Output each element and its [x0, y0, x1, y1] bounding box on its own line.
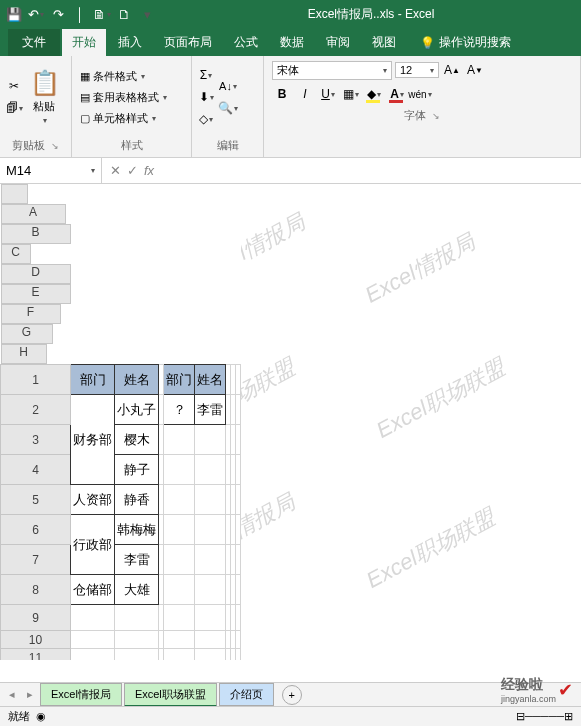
tab-formulas[interactable]: 公式 — [224, 29, 268, 56]
clipboard-launcher-icon[interactable]: ↘ — [51, 141, 59, 151]
cell[interactable] — [71, 631, 115, 649]
cell[interactable] — [195, 605, 226, 631]
border-button[interactable]: ▦▾ — [341, 84, 361, 104]
cell[interactable] — [164, 575, 195, 605]
bold-button[interactable]: B — [272, 84, 292, 104]
cell[interactable] — [115, 631, 159, 649]
cell[interactable] — [195, 425, 226, 455]
cell[interactable] — [195, 575, 226, 605]
row-header[interactable]: 1 — [1, 365, 71, 395]
grow-font-icon[interactable]: A▲ — [442, 60, 462, 80]
cell[interactable] — [236, 605, 241, 631]
qat-customize-icon[interactable]: ▾ — [139, 6, 155, 22]
col-header[interactable]: A — [1, 204, 66, 224]
col-header[interactable]: B — [1, 224, 71, 244]
fx-icon[interactable]: fx — [144, 163, 154, 178]
cell[interactable] — [164, 515, 195, 545]
undo-icon[interactable]: ↶▾ — [28, 6, 44, 22]
cell[interactable] — [236, 575, 241, 605]
redo-icon[interactable]: ↷ — [50, 6, 66, 22]
cut-icon[interactable]: ✂ — [4, 76, 24, 96]
cell[interactable] — [195, 455, 226, 485]
col-header[interactable]: C — [1, 244, 31, 264]
cell[interactable] — [164, 605, 195, 631]
cell[interactable] — [236, 485, 241, 515]
sort-filter-icon[interactable]: A↓▾ — [218, 76, 238, 96]
tab-data[interactable]: 数据 — [270, 29, 314, 56]
font-size-combo[interactable]: 12▾ — [395, 62, 439, 78]
cell[interactable]: 姓名 — [195, 365, 226, 395]
autosum-icon[interactable]: Σ▾ — [196, 65, 216, 85]
cell[interactable]: 人资部 — [71, 485, 115, 515]
font-launcher-icon[interactable]: ↘ — [432, 111, 440, 121]
cell[interactable] — [115, 605, 159, 631]
cell[interactable] — [164, 631, 195, 649]
sheet-tab[interactable]: Excel情报局 — [40, 683, 122, 706]
underline-button[interactable]: U▾ — [318, 84, 338, 104]
cell[interactable] — [195, 545, 226, 575]
cell[interactable] — [236, 545, 241, 575]
enter-formula-icon[interactable]: ✓ — [127, 163, 138, 178]
cell[interactable] — [195, 485, 226, 515]
tab-review[interactable]: 审阅 — [316, 29, 360, 56]
format-table-button[interactable]: ▤套用表格格式▾ — [76, 88, 171, 107]
zoom-controls[interactable]: ⊟─────⊞ — [516, 710, 573, 723]
row-header[interactable]: 8 — [1, 575, 71, 605]
cell[interactable] — [164, 425, 195, 455]
row-header[interactable]: 5 — [1, 485, 71, 515]
shrink-font-icon[interactable]: A▼ — [465, 60, 485, 80]
cell[interactable]: 静子 — [115, 455, 159, 485]
cell[interactable] — [236, 395, 241, 425]
cell[interactable]: 部门 — [164, 365, 195, 395]
row-header[interactable]: 2 — [1, 395, 71, 425]
tab-home[interactable]: 开始 — [62, 29, 106, 56]
cell[interactable] — [195, 649, 226, 661]
tab-insert[interactable]: 插入 — [108, 29, 152, 56]
col-header[interactable]: F — [1, 304, 61, 324]
cancel-formula-icon[interactable]: ✕ — [110, 163, 121, 178]
paste-button[interactable]: 📋 粘贴 ▾ — [26, 65, 62, 129]
row-header[interactable]: 7 — [1, 545, 71, 575]
font-name-combo[interactable]: 宋体▾ — [272, 61, 392, 80]
cell[interactable]: 大雄 — [115, 575, 159, 605]
fill-icon[interactable]: ⬇▾ — [196, 87, 216, 107]
sheet-tab[interactable]: 介绍页 — [219, 683, 274, 706]
italic-button[interactable]: I — [295, 84, 315, 104]
cell[interactable] — [236, 631, 241, 649]
cell[interactable]: 仓储部 — [71, 575, 115, 605]
cell[interactable] — [164, 649, 195, 661]
tab-view[interactable]: 视图 — [362, 29, 406, 56]
col-header[interactable]: H — [1, 344, 47, 364]
tab-layout[interactable]: 页面布局 — [154, 29, 222, 56]
cell[interactable]: ？ — [164, 395, 195, 425]
name-box[interactable]: M14▾ — [0, 158, 102, 183]
row-header[interactable]: 11 — [1, 649, 71, 661]
spreadsheet-grid[interactable]: ABCDEFGH1部门姓名部门姓名2财务部小丸子？李雷3樱木4静子5人资部静香6… — [0, 184, 241, 660]
row-header[interactable]: 3 — [1, 425, 71, 455]
qat-doc-icon[interactable]: 🗋 — [116, 6, 132, 22]
cell[interactable]: 部门 — [71, 365, 115, 395]
cell[interactable] — [195, 515, 226, 545]
col-header[interactable]: E — [1, 284, 71, 304]
cell[interactable] — [195, 631, 226, 649]
cell[interactable]: 财务部 — [71, 395, 115, 485]
save-icon[interactable]: 💾 — [6, 6, 22, 22]
fill-color-button[interactable]: ◆▾ — [364, 84, 384, 104]
tell-me[interactable]: 💡操作说明搜索 — [412, 29, 519, 56]
tab-file[interactable]: 文件 — [8, 29, 60, 56]
cell[interactable] — [71, 605, 115, 631]
cell[interactable]: 行政部 — [71, 515, 115, 575]
row-header[interactable]: 6 — [1, 515, 71, 545]
tab-nav-prev-icon[interactable]: ◂ — [4, 688, 20, 701]
cell[interactable] — [236, 515, 241, 545]
col-header[interactable]: G — [1, 324, 53, 344]
cell[interactable]: 韩梅梅 — [115, 515, 159, 545]
cell[interactable] — [164, 545, 195, 575]
clear-icon[interactable]: ◇▾ — [196, 109, 216, 129]
cell[interactable] — [236, 365, 241, 395]
new-sheet-button[interactable]: + — [282, 685, 302, 705]
font-color-button[interactable]: A▾ — [387, 84, 407, 104]
cell[interactable]: 李雷 — [115, 545, 159, 575]
tab-nav-next-icon[interactable]: ▸ — [22, 688, 38, 701]
select-all-cell[interactable] — [1, 184, 28, 204]
